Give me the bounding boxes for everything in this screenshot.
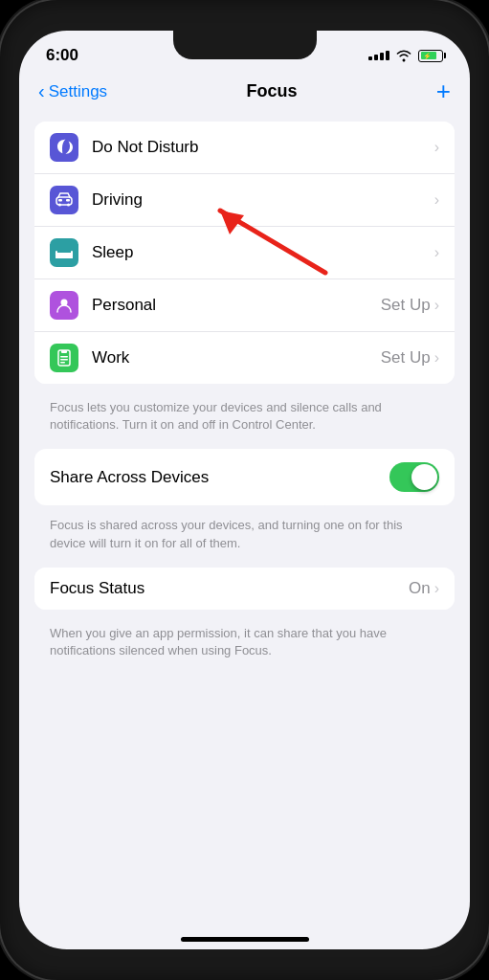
svg-rect-7 (66, 199, 70, 202)
wifi-icon (395, 49, 412, 62)
toggle-knob (411, 464, 437, 490)
focus-status-row[interactable]: Focus Status On › (34, 568, 455, 610)
back-button[interactable]: ‹ Settings (38, 81, 107, 102)
focus-list: Do Not Disturb › (34, 122, 455, 384)
phone-screen: 6:00 (19, 31, 470, 949)
share-toggle[interactable] (389, 462, 439, 492)
svg-point-4 (58, 204, 61, 207)
work-icon (50, 344, 78, 372)
focus-status-value: On (409, 579, 431, 598)
sleep-label: Sleep (92, 243, 434, 262)
nav-bar: ‹ Settings Focus + (19, 73, 470, 114)
list-item[interactable]: Personal Set Up › (34, 279, 455, 332)
chevron-icon: › (434, 349, 439, 367)
work-label: Work (92, 348, 381, 368)
phone-frame: 6:00 (0, 0, 489, 980)
svg-rect-10 (63, 253, 69, 256)
chevron-icon: › (434, 139, 439, 156)
svg-rect-16 (61, 350, 67, 353)
svg-rect-6 (58, 199, 62, 202)
notch (173, 31, 317, 59)
svg-rect-13 (71, 251, 73, 258)
focus-status-group: Focus Status On › (34, 568, 455, 610)
driving-label: Driving (92, 190, 434, 210)
do-not-disturb-icon (50, 133, 78, 162)
chevron-icon: › (434, 580, 439, 597)
personal-secondary: Set Up (381, 296, 431, 315)
share-label: Share Across Devices (50, 468, 209, 487)
back-chevron-icon: ‹ (38, 80, 45, 102)
svg-rect-19 (60, 362, 65, 364)
focus-status-caption: When you give an app permission, it can … (34, 617, 455, 675)
focus-caption: Focus lets you customize your devices an… (34, 391, 455, 449)
driving-icon (50, 186, 78, 214)
chevron-icon: › (434, 191, 439, 209)
svg-rect-18 (60, 359, 68, 361)
list-item[interactable]: Work Set Up › (34, 332, 455, 384)
chevron-icon: › (434, 297, 439, 314)
svg-rect-11 (56, 256, 73, 258)
signal-icon (368, 51, 389, 60)
back-label: Settings (49, 82, 107, 101)
list-item[interactable]: Sleep › (34, 227, 455, 279)
svg-text:⚡: ⚡ (423, 52, 431, 59)
share-caption: Focus is shared across your devices, and… (34, 509, 455, 567)
focus-status-label: Focus Status (50, 579, 409, 598)
page-title: Focus (246, 81, 297, 101)
battery-icon: ⚡ (418, 50, 443, 62)
status-time: 6:00 (46, 46, 78, 65)
home-indicator (181, 937, 309, 942)
list-item[interactable]: Do Not Disturb › (34, 122, 455, 174)
add-button[interactable]: + (436, 77, 451, 106)
list-item[interactable]: Driving › (34, 174, 455, 227)
svg-point-5 (67, 204, 70, 207)
status-icons: ⚡ (368, 49, 443, 62)
work-secondary: Set Up (381, 348, 431, 368)
personal-icon (50, 291, 78, 320)
sleep-icon (50, 238, 78, 267)
do-not-disturb-label: Do Not Disturb (92, 138, 434, 157)
personal-label: Personal (92, 296, 381, 315)
svg-rect-17 (60, 356, 68, 358)
share-across-devices-row[interactable]: Share Across Devices (34, 449, 455, 505)
content-area: Do Not Disturb › (19, 114, 470, 937)
svg-rect-12 (56, 251, 57, 258)
chevron-icon: › (434, 244, 439, 261)
